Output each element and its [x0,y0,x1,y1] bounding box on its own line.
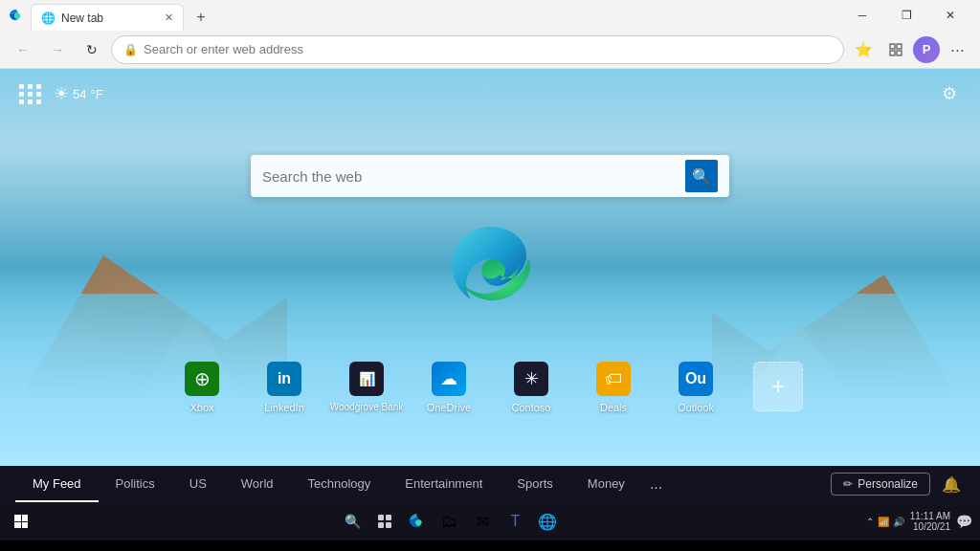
svg-rect-4 [378,515,384,520]
window-controls: ─ ❐ ✕ [840,0,972,31]
personalize-button[interactable]: ✏ Personalize [831,473,930,496]
wifi-icon: 📶 [878,517,889,527]
search-box: 🔍 [251,155,729,197]
deals-label: Deals [600,402,627,413]
feed-tab-us[interactable]: US [172,466,224,502]
tab-title: New tab [61,11,103,25]
taskbar-edge2-icon[interactable]: 🌐 [534,508,561,535]
collections-button[interactable] [880,34,911,65]
search-input[interactable] [262,168,678,185]
linkedin-icon: in [267,362,301,396]
forward-button[interactable]: → [42,34,73,65]
xbox-icon: ⊕ [185,362,219,396]
apps-grid-icon[interactable] [15,78,46,109]
taskbar-taskview-button[interactable] [371,508,398,535]
system-tray: ⌃ 📶 🔊 [866,517,904,527]
feed-tab-my-feed[interactable]: My Feed [15,466,99,502]
tab-close-button[interactable]: ✕ [165,11,173,24]
time: 11:11 AM [910,511,950,521]
more-button[interactable]: ⋯ [942,34,972,65]
add-quick-link[interactable]: + [746,362,811,411]
svg-rect-6 [378,522,384,528]
back-button[interactable]: ← [8,34,38,65]
new-tab-button[interactable]: + [188,4,214,31]
taskbar-teams-icon[interactable]: T [501,508,528,535]
outlook-icon: Ou [679,362,713,396]
svg-rect-3 [897,51,902,55]
volume-icon: 🔊 [893,517,904,527]
linkedin-label: LinkedIn [264,402,304,413]
nav-right: ⭐ P ⋯ [848,34,972,65]
clock[interactable]: 11:11 AM 10/20/21 [910,511,950,532]
woodgrove-icon: 📊 [349,362,384,396]
close-button[interactable]: ✕ [928,0,972,31]
notification-icon[interactable]: 💬 [956,514,972,529]
profile-avatar[interactable]: P [913,36,940,63]
contoso-icon: ✳ [514,362,548,396]
feed-more-button[interactable]: ... [642,475,670,493]
taskbar-search-button[interactable]: 🔍 [339,508,366,535]
page-top-bar: ☀ 54 °F ⚙ [0,78,980,109]
favorites-button[interactable]: ⭐ [848,34,879,65]
quick-link-onedrive[interactable]: ☁ OneDrive [416,362,481,413]
browser-icon [8,8,23,23]
feed-tab-money[interactable]: Money [570,466,642,502]
start-button[interactable] [8,508,34,535]
feed-tab-world[interactable]: World [224,466,291,502]
tray-chevron[interactable]: ⌃ [866,517,874,527]
tab-bar: 🌐 New tab ✕ + [31,0,836,31]
personalize-label: Personalize [858,477,918,491]
feed-tab-technology[interactable]: Technology [291,466,389,502]
svg-rect-0 [890,44,895,49]
add-link-icon: + [753,362,803,411]
deals-icon: 🏷 [596,362,631,396]
minimize-button[interactable]: ─ [840,0,884,31]
quick-link-woodgrove[interactable]: 📊 Woodgrove Bank [334,362,399,412]
taskbar-right: ⌃ 📶 🔊 11:11 AM 10/20/21 💬 [866,511,972,532]
taskbar-edge-icon[interactable] [404,508,431,535]
taskbar-mail-icon[interactable]: ✉ [469,508,496,535]
quick-link-outlook[interactable]: Ou Outlook [663,362,728,413]
woodgrove-label: Woodgrove Bank [330,402,404,412]
tab-favicon: 🌐 [41,11,56,25]
outlook-label: Outlook [678,402,714,413]
new-tab-page: ☀ 54 °F ⚙ 🔍 [0,69,980,466]
address-bar[interactable]: 🔒 [111,35,844,64]
contoso-label: Contoso [512,402,551,413]
page-settings-button[interactable]: ⚙ [934,78,965,109]
pencil-icon: ✏ [843,477,853,491]
address-input[interactable] [144,42,832,56]
windows-logo [14,515,28,528]
search-container: 🔍 [251,155,729,197]
feed-bar: My Feed Politics US World Technology Ent… [0,466,980,502]
weather-widget[interactable]: ☀ 54 °F [54,83,103,104]
feed-tab-politics[interactable]: Politics [99,466,172,502]
quick-links-bar: ⊕ Xbox in LinkedIn 📊 Woodgrove Bank ☁ On… [169,362,811,413]
xbox-label: Xbox [189,402,213,413]
notifications-button[interactable]: 🔔 [938,471,965,497]
maximize-button[interactable]: ❐ [884,0,928,31]
feed-tab-sports[interactable]: Sports [500,466,570,502]
refresh-button[interactable]: ↻ [77,34,107,65]
quick-link-xbox[interactable]: ⊕ Xbox [169,362,234,413]
quick-link-linkedin[interactable]: in LinkedIn [252,362,317,413]
taskbar-center: 🔍 🗂 ✉ T 🌐 [34,508,866,535]
quick-link-deals[interactable]: 🏷 Deals [581,362,646,413]
taskbar-left [8,508,34,535]
quick-link-contoso[interactable]: ✳ Contoso [499,362,564,413]
onedrive-label: OneDrive [427,402,471,413]
feed-tab-entertainment[interactable]: Entertainment [388,466,500,502]
date: 10/20/21 [913,521,950,532]
lock-icon: 🔒 [123,43,138,56]
svg-rect-5 [386,515,391,520]
nav-bar: ← → ↻ 🔒 ⭐ P ⋯ [0,31,980,69]
search-button[interactable]: 🔍 [685,160,718,192]
active-tab[interactable]: 🌐 New tab ✕ [31,4,184,31]
edge-logo [442,217,538,313]
grid-dots-decoration [19,84,42,104]
svg-rect-1 [897,44,902,49]
svg-rect-7 [386,522,391,528]
weather-icon: ☀ [54,83,69,104]
taskbar-explorer-icon[interactable]: 🗂 [436,508,463,535]
svg-rect-2 [890,51,895,55]
